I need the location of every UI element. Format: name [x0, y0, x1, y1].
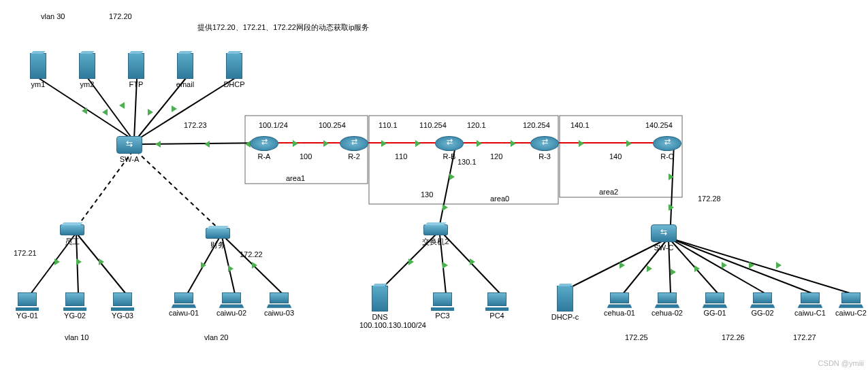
node-rb[interactable]: R-B	[429, 136, 470, 161]
svg-marker-54	[228, 265, 234, 272]
svg-marker-40	[381, 140, 387, 147]
node-gg01[interactable]: GG-01	[694, 292, 735, 317]
node-sw2[interactable]: 交换机2	[415, 224, 456, 247]
node-email[interactable]: email	[165, 53, 206, 88]
lbl-17226: 172.26	[722, 333, 745, 341]
node-label: GG-02	[742, 309, 783, 317]
node-label: email	[165, 80, 206, 88]
node-dns[interactable]: DNS100.100.130.100/24	[359, 286, 400, 329]
lbl-100-1: 100.1/24	[259, 121, 288, 129]
node-ftp[interactable]: FTP	[116, 53, 157, 88]
node-cw02[interactable]: caiwu-02	[211, 292, 252, 317]
server-icon	[30, 53, 46, 79]
lbl-100-254: 100.254	[319, 121, 346, 129]
svg-marker-46	[449, 173, 455, 180]
lbl-120-1: 120.1	[467, 121, 486, 129]
lbl-140-1: 140.1	[570, 121, 590, 129]
node-r2[interactable]: R-2	[334, 136, 374, 161]
node-ce01[interactable]: cehua-01	[599, 292, 640, 317]
switch-icon	[60, 224, 84, 235]
node-ym2[interactable]: ym2	[67, 53, 108, 88]
node-dhcp[interactable]: DHCP	[214, 53, 255, 88]
node-yg02[interactable]: YG-02	[54, 292, 95, 320]
svg-marker-62	[694, 265, 700, 272]
node-cwc1[interactable]: caiwu-C1	[790, 292, 831, 317]
vlan30-label: vlan 30	[41, 12, 65, 20]
node-rc[interactable]: R-C	[647, 136, 688, 161]
svg-marker-52	[99, 258, 104, 265]
node-label: DHCP	[214, 80, 255, 88]
server-icon	[177, 53, 193, 79]
node-yg01[interactable]: YG-01	[7, 292, 48, 320]
node-label: 财务	[197, 240, 238, 250]
server-icon	[128, 53, 144, 79]
laptop-icon	[656, 292, 679, 307]
node-cwc2[interactable]: caiwu-C2	[831, 292, 868, 317]
node-yg03[interactable]: YG-03	[102, 292, 143, 320]
svg-marker-31	[102, 109, 108, 116]
laptop-icon	[751, 292, 774, 307]
node-cw01[interactable]: caiwu-01	[163, 292, 204, 317]
svg-marker-30	[82, 107, 87, 114]
node-swa[interactable]: SW-A	[109, 136, 150, 163]
switch-icon	[423, 224, 448, 235]
pc-icon	[63, 292, 86, 310]
node-yg_sw[interactable]: 员工	[52, 224, 93, 247]
svg-marker-60	[647, 265, 652, 272]
svg-marker-63	[722, 262, 727, 269]
lbl-17223: 172.23	[184, 121, 207, 129]
node-label: caiwu-03	[259, 309, 300, 317]
node-gg02[interactable]: GG-02	[742, 292, 783, 317]
svg-marker-45	[626, 140, 632, 147]
node-cw_sw[interactable]: 财务	[197, 228, 238, 250]
node-pc4[interactable]: PC4	[477, 292, 517, 320]
svg-marker-38	[293, 140, 298, 147]
server-icon	[557, 286, 573, 312]
node-r3[interactable]: R-3	[524, 136, 565, 161]
laptop-icon	[268, 292, 291, 307]
laptop-icon	[799, 292, 822, 307]
svg-marker-32	[119, 102, 125, 109]
router-icon	[530, 136, 559, 151]
node-swc[interactable]: SW-C	[643, 224, 684, 252]
node-pc3[interactable]: PC3	[422, 292, 463, 320]
node-label: cehua-01	[599, 309, 640, 317]
node-cw03[interactable]: caiwu-03	[259, 292, 300, 317]
net-110: 110	[395, 152, 407, 161]
node-ra[interactable]: R-A	[244, 136, 285, 161]
node-label: caiwu-02	[211, 309, 252, 317]
svg-line-27	[671, 239, 766, 294]
svg-marker-39	[323, 140, 329, 147]
node-label: R-A	[244, 152, 285, 161]
server-icon	[226, 53, 242, 79]
svg-marker-50	[54, 258, 60, 265]
node-label: ym2	[67, 80, 108, 88]
node-label: cehua-02	[647, 309, 688, 317]
svg-marker-57	[443, 262, 448, 269]
router-icon	[435, 136, 464, 151]
node-label: R-3	[524, 152, 565, 161]
server-icon	[372, 286, 388, 312]
lbl-110-1: 110.1	[379, 121, 398, 129]
node-ym1[interactable]: ym1	[18, 53, 59, 88]
net-130: 130	[421, 190, 433, 199]
node-dhcpc[interactable]: DHCP-c	[545, 286, 585, 321]
svg-marker-36	[204, 141, 210, 148]
svg-marker-53	[201, 262, 206, 269]
area1: area1	[286, 174, 305, 182]
lbl-17225: 172.25	[625, 333, 648, 341]
svg-line-29	[674, 239, 852, 294]
svg-marker-49	[669, 204, 674, 211]
vlan20: vlan 20	[204, 333, 228, 341]
lbl-120-254: 120.254	[523, 121, 550, 129]
node-label: YG-01	[7, 312, 48, 320]
laptop-icon	[220, 292, 243, 307]
node-label: R-C	[647, 152, 688, 161]
node-label: PC3	[422, 312, 463, 320]
vlan10: vlan 10	[65, 333, 89, 341]
node-label: R-2	[334, 152, 374, 161]
node-label: DNS	[359, 313, 400, 321]
svg-marker-61	[671, 269, 676, 275]
node-ce02[interactable]: cehua-02	[647, 292, 688, 317]
l3switch-icon	[116, 136, 142, 154]
